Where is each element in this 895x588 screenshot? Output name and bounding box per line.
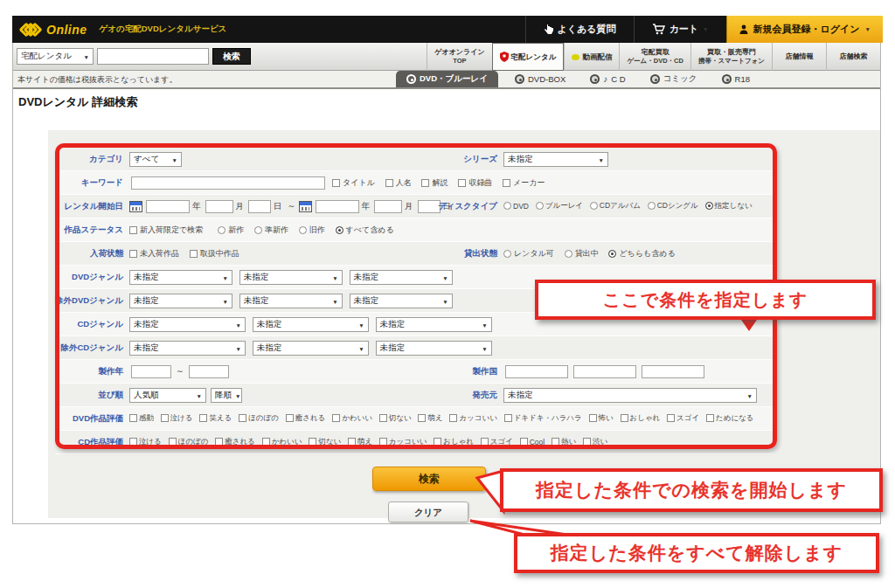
production-year-from[interactable] bbox=[131, 365, 171, 378]
dvd-rating-checkbox[interactable]: おしゃれ bbox=[621, 413, 661, 424]
dvd-rating-checkbox[interactable]: 感動 bbox=[129, 413, 154, 424]
new-arrival-only-checkbox[interactable]: 新入荷限定で検索 bbox=[129, 225, 203, 236]
cd-genre-select[interactable]: 未指定 bbox=[129, 317, 246, 332]
dvd-rating-checkbox[interactable]: ドキドキ・ハラハラ bbox=[504, 413, 582, 424]
callout-conditions: ここで条件を指定します bbox=[535, 280, 876, 320]
cd-genre-exclude-label: 除外CDジャンル bbox=[55, 342, 129, 354]
cd-rating-checkbox[interactable]: かわいい bbox=[262, 437, 302, 447]
keyword-target-checkbox[interactable]: タイトル bbox=[332, 177, 375, 189]
cd-rating-checkbox[interactable]: スゴイ bbox=[481, 437, 513, 447]
search-submit-button[interactable]: 検索 bbox=[212, 48, 251, 65]
keyword-target-checkbox[interactable]: 人名 bbox=[385, 177, 412, 189]
cd-genre-exclude-select[interactable]: 未指定 bbox=[376, 341, 492, 356]
cd-rating-checkbox[interactable]: カッコいい bbox=[379, 437, 427, 447]
nav-geo-online-top[interactable]: ゲオオンライン TOP bbox=[427, 43, 491, 71]
cd-rating-checkbox[interactable]: 癒される bbox=[215, 437, 255, 447]
work-status-radio[interactable]: 旧作 bbox=[299, 225, 325, 236]
search-scope-select[interactable]: 宅配レンタル bbox=[17, 48, 94, 65]
login-register-button[interactable]: 新規会員登録・ログイン bbox=[726, 16, 883, 43]
nav-takuhai-kaitori[interactable]: 宅配買取 ゲーム・DVD・CD bbox=[619, 43, 690, 71]
dvd-rating-checkbox[interactable]: 怖い bbox=[589, 413, 614, 424]
stock-status-checkbox[interactable]: 取扱中作品 bbox=[190, 248, 239, 259]
dvd-genre-exclude-select[interactable]: 未指定 bbox=[239, 294, 343, 308]
lending-status-radio[interactable]: どちらも含める bbox=[608, 248, 675, 259]
disc-type-radio[interactable]: ブルーレイ bbox=[536, 201, 583, 211]
cd-rating-checkbox[interactable]: 渋い bbox=[583, 437, 607, 447]
series-select[interactable]: 未指定 bbox=[503, 152, 608, 167]
cd-rating-checkbox[interactable]: 萌え bbox=[348, 437, 372, 447]
nav-video-streaming[interactable]: 動画配信 bbox=[564, 43, 619, 71]
cart-button[interactable]: カート bbox=[634, 16, 726, 43]
dvd-rating-checkbox[interactable]: 笑える bbox=[199, 413, 232, 424]
keyword-target-checkbox[interactable]: 収録曲 bbox=[458, 177, 492, 189]
cd-genre-select[interactable]: 未指定 bbox=[253, 317, 369, 332]
dvd-genre-select[interactable]: 未指定 bbox=[350, 270, 453, 285]
disc-type-radio[interactable]: 指定しない bbox=[705, 201, 753, 211]
calendar-icon[interactable] bbox=[299, 201, 312, 212]
production-country-input-1[interactable] bbox=[505, 365, 568, 378]
dvd-genre-exclude-select[interactable]: 未指定 bbox=[350, 294, 453, 308]
keyword-target-checkbox[interactable]: 解説 bbox=[421, 177, 448, 189]
tab-dvd-bluray[interactable]: DVD・ブルーレイ bbox=[396, 71, 498, 87]
rental-start-day-from[interactable] bbox=[248, 200, 271, 213]
geo-logo[interactable]: Online bbox=[21, 23, 87, 37]
tab-r18[interactable]: R18 bbox=[714, 71, 758, 87]
keyword-target-checkbox[interactable]: メーカー bbox=[503, 177, 545, 189]
tab-comic[interactable]: コミック bbox=[642, 71, 705, 87]
work-status-radio[interactable]: すべて含める bbox=[336, 225, 394, 236]
work-status-radio[interactable]: 新作 bbox=[218, 225, 244, 236]
tab-dvd-box[interactable]: DVD-BOX bbox=[507, 71, 573, 87]
tab-cd[interactable]: ♪ C D bbox=[582, 71, 633, 87]
dvd-rating-checkbox[interactable]: 切ない bbox=[379, 413, 412, 424]
cd-rating-checkbox[interactable]: Cool bbox=[520, 438, 545, 446]
nav-mobile-kaitori[interactable]: 買取・販売専門 携帯・スマートフォン bbox=[690, 43, 772, 71]
dvd-rating-checkbox[interactable]: 癒される bbox=[286, 413, 326, 424]
production-country-input-2[interactable] bbox=[573, 365, 636, 378]
cd-rating-checkbox[interactable]: 熱い bbox=[552, 437, 576, 447]
dvd-genre-exclude-select[interactable]: 未指定 bbox=[129, 294, 232, 308]
dvd-rating-checkbox[interactable]: ほのぼの bbox=[239, 413, 279, 424]
dvd-rating-checkbox[interactable]: スゴイ bbox=[667, 413, 699, 424]
disc-type-radio[interactable]: CDシングル bbox=[648, 201, 698, 211]
cd-rating-checkbox[interactable]: ほのぼの bbox=[169, 437, 209, 447]
lending-status-radio[interactable]: 貸出中 bbox=[565, 248, 599, 259]
stock-status-checkbox[interactable]: 未入荷作品 bbox=[129, 248, 179, 259]
dvd-rating-checkbox[interactable]: かわいい bbox=[332, 413, 372, 424]
publisher-select[interactable]: 未指定 bbox=[503, 388, 757, 403]
nav-store-search[interactable]: 店舗検索 bbox=[826, 43, 880, 71]
nav-takuhai-rental[interactable]: 宅配レンタル bbox=[492, 43, 565, 71]
cd-rating-checkbox[interactable]: 泣ける bbox=[129, 437, 162, 447]
cd-genre-select[interactable]: 未指定 bbox=[376, 317, 492, 332]
rental-start-year-to[interactable] bbox=[316, 200, 359, 213]
rental-start-month-to[interactable] bbox=[374, 200, 402, 213]
cd-rating-checkbox[interactable]: おしゃれ bbox=[434, 437, 474, 447]
lending-status-radio[interactable]: レンタル可 bbox=[503, 248, 554, 259]
dvd-rating-checkbox[interactable]: 泣ける bbox=[161, 413, 193, 424]
rental-start-year-from[interactable] bbox=[146, 200, 190, 213]
sort-order-select[interactable]: 人気順 bbox=[129, 388, 206, 403]
sort-direction-select[interactable]: 降順 bbox=[211, 388, 242, 403]
chevron-down-icon bbox=[232, 343, 241, 353]
dvd-rating-checkbox[interactable]: ためになる bbox=[706, 413, 754, 424]
disc-type-radio[interactable]: DVD bbox=[503, 202, 529, 211]
faq-link[interactable]: よくある質問 bbox=[525, 16, 634, 43]
clear-button[interactable]: クリア bbox=[388, 502, 468, 522]
production-country-input-3[interactable] bbox=[642, 365, 704, 378]
category-select[interactable]: すべて bbox=[129, 152, 182, 167]
nav-store-info[interactable]: 店舗情報 bbox=[772, 43, 826, 71]
production-year-to[interactable] bbox=[189, 365, 229, 378]
cd-rating-checkbox[interactable]: 切ない bbox=[309, 437, 341, 447]
disc-type-radio[interactable]: CDアルバム bbox=[590, 201, 641, 211]
rental-start-month-from[interactable] bbox=[205, 200, 233, 213]
dvd-genre-select[interactable]: 未指定 bbox=[239, 270, 343, 285]
cd-genre-exclude-select[interactable]: 未指定 bbox=[253, 341, 369, 356]
search-button[interactable]: 検索 bbox=[372, 467, 486, 491]
search-input[interactable] bbox=[97, 48, 209, 65]
keyword-input[interactable] bbox=[131, 176, 325, 190]
work-status-radio[interactable]: 準新作 bbox=[254, 225, 288, 236]
calendar-icon[interactable] bbox=[129, 201, 142, 212]
cd-genre-exclude-select[interactable]: 未指定 bbox=[129, 341, 246, 356]
dvd-rating-checkbox[interactable]: 萌え bbox=[418, 413, 442, 424]
dvd-rating-checkbox[interactable]: カッコいい bbox=[449, 413, 497, 424]
dvd-genre-select[interactable]: 未指定 bbox=[129, 270, 232, 285]
